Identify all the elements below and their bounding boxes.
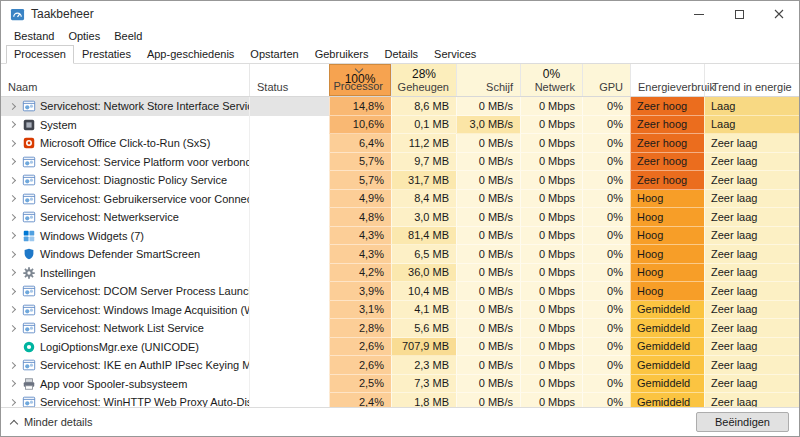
process-name-cell[interactable]: Servicehost: Gebruikerservice voor Conne… (1, 190, 249, 209)
process-name-cell[interactable]: Servicehost: Netwerkservice (1, 208, 249, 227)
column-header-netwerk[interactable]: 0% Netwerk (520, 64, 582, 96)
process-name-cell[interactable]: Servicehost: Windows Image Acquisition (… (1, 301, 249, 320)
status-cell (249, 319, 329, 338)
column-header-gpu[interactable]: GPU (582, 64, 630, 96)
network-cell: 0 Mbps (520, 375, 582, 394)
tab-app-geschiedenis[interactable]: App-geschiedenis (139, 45, 242, 64)
table-row[interactable]: Servicehost: Netwerkservice4,8%3,0 MB0 M… (1, 208, 799, 227)
column-header-energieverbruik[interactable]: Energieverbruik (630, 64, 704, 96)
table-row[interactable]: Servicehost: Network Store Interface Ser… (1, 97, 799, 116)
minimize-button[interactable] (679, 1, 719, 27)
disk-cell: 0 MB/s (456, 264, 520, 283)
column-header-naam[interactable]: Naam (1, 64, 249, 96)
table-row[interactable]: Servicehost: Gebruikerservice voor Conne… (1, 190, 799, 209)
table-row[interactable]: Servicehost: Service Platform voor verbo… (1, 153, 799, 172)
tab-gebruikers[interactable]: Gebruikers (307, 45, 377, 64)
process-name-cell[interactable]: Servicehost: DCOM Server Process Launche… (1, 282, 249, 301)
tab-prestaties[interactable]: Prestaties (74, 45, 139, 64)
expand-chevron-icon[interactable] (6, 159, 18, 164)
energy-trend-cell: Laag (704, 116, 799, 135)
expand-chevron-icon[interactable] (6, 363, 18, 368)
process-name-cell[interactable]: Servicehost: WinHTTP Web Proxy Auto-Disc… (1, 393, 249, 407)
expand-chevron-icon[interactable] (6, 307, 18, 312)
disk-cell: 0 MB/s (456, 338, 520, 357)
expand-chevron-icon[interactable] (6, 381, 18, 386)
expand-chevron-icon[interactable] (6, 233, 18, 238)
servicehost-icon (22, 155, 36, 169)
expand-chevron-icon[interactable] (6, 196, 18, 201)
column-header-trend-in-energie[interactable]: Trend in energie (704, 64, 799, 96)
process-name-cell[interactable]: Servicehost: Diagnostic Policy Service (1, 171, 249, 190)
process-name-cell[interactable]: App voor Spooler-subsysteem (1, 375, 249, 394)
table-row[interactable]: Microsoft Office Click-to-Run (SxS)6,4%1… (1, 134, 799, 153)
expand-chevron-icon[interactable] (6, 400, 18, 405)
expand-chevron-icon[interactable] (6, 289, 18, 294)
process-name-cell[interactable]: Servicehost: Network List Service (1, 319, 249, 338)
disk-cell: 0 MB/s (456, 208, 520, 227)
process-name-cell[interactable]: Microsoft Office Click-to-Run (SxS) (1, 134, 249, 153)
table-row[interactable]: Windows Defender SmartScreen4,3%6,5 MB0 … (1, 245, 799, 264)
expand-chevron-icon[interactable] (6, 141, 18, 146)
menu-beeld[interactable]: Beeld (107, 29, 149, 43)
process-name: Servicehost: Service Platform voor verbo… (40, 156, 249, 168)
process-name-cell[interactable]: Servicehost: IKE en AuthIP IPsec Keying … (1, 356, 249, 375)
process-name-cell[interactable]: LogiOptionsMgr.exe (UNICODE) (1, 338, 249, 357)
status-cell (249, 171, 329, 190)
column-header-schijf[interactable]: Schijf (456, 64, 520, 96)
process-name-cell[interactable]: Windows Widgets (7) (1, 227, 249, 246)
cpu-cell: 4,3% (329, 245, 391, 264)
expand-chevron-icon[interactable] (6, 252, 18, 257)
menu-bestand[interactable]: Bestand (7, 29, 61, 43)
process-name-cell[interactable]: System (1, 116, 249, 135)
table-row[interactable]: Servicehost: Diagnostic Policy Service5,… (1, 171, 799, 190)
gpu-cell: 0% (582, 245, 630, 264)
tab-opstarten[interactable]: Opstarten (242, 45, 306, 64)
table-row[interactable]: Servicehost: DCOM Server Process Launche… (1, 282, 799, 301)
expand-chevron-icon[interactable] (6, 215, 18, 220)
tab-processen[interactable]: Processen (6, 45, 74, 64)
maximize-button[interactable] (719, 1, 759, 27)
table-row[interactable]: App voor Spooler-subsysteem2,5%7,3 MB0 M… (1, 375, 799, 394)
process-name-cell[interactable]: Windows Defender SmartScreen (1, 245, 249, 264)
table-row[interactable]: Servicehost: Windows Image Acquisition (… (1, 301, 799, 320)
memory-cell: 7,3 MB (391, 375, 456, 394)
column-header-processor[interactable]: 100% Processor (329, 64, 391, 96)
servicehost-icon (22, 284, 36, 298)
gpu-cell: 0% (582, 338, 630, 357)
expand-chevron-icon[interactable] (6, 270, 18, 275)
status-cell (249, 208, 329, 227)
table-row[interactable]: Windows Widgets (7)4,3%81,4 MB0 MB/s0 Mb… (1, 227, 799, 246)
tab-details[interactable]: Details (376, 45, 426, 64)
expand-chevron-icon[interactable] (6, 326, 18, 331)
expand-chevron-icon[interactable] (6, 122, 18, 127)
process-name: Servicehost: Network Store Interface Ser… (40, 100, 249, 112)
gpu-cell: 0% (582, 356, 630, 375)
details-toggle[interactable]: Minder details (11, 416, 92, 428)
memory-cell: 6,5 MB (391, 245, 456, 264)
process-name-cell[interactable]: Servicehost: Network Store Interface Ser… (1, 97, 249, 116)
menubar: BestandOptiesBeeld (1, 27, 799, 44)
process-name-cell[interactable]: Instellingen (1, 264, 249, 283)
table-row[interactable]: Servicehost: Network List Service2,8%5,6… (1, 319, 799, 338)
column-header-status[interactable]: Status (249, 64, 329, 96)
end-task-button[interactable]: Beëindigen (696, 412, 789, 432)
table-row[interactable]: Servicehost: WinHTTP Web Proxy Auto-Disc… (1, 393, 799, 407)
close-button[interactable] (759, 1, 799, 27)
process-name-cell[interactable]: Servicehost: Service Platform voor verbo… (1, 153, 249, 172)
network-cell: 0 Mbps (520, 338, 582, 357)
table-row[interactable]: System10,6%0,1 MB3,0 MB/s0 Mbps0%Zeer ho… (1, 116, 799, 135)
table-row[interactable]: Instellingen4,2%36,0 MB0 MB/s0 Mbps0%Hoo… (1, 264, 799, 283)
table-row[interactable]: Servicehost: IKE en AuthIP IPsec Keying … (1, 356, 799, 375)
tab-services[interactable]: Services (426, 45, 484, 64)
network-cell: 0 Mbps (520, 264, 582, 283)
servicehost-icon (22, 395, 36, 407)
window-controls (679, 1, 799, 27)
memory-cell: 36,0 MB (391, 264, 456, 283)
expand-chevron-icon[interactable] (6, 178, 18, 183)
column-header-geheugen[interactable]: 28% Geheugen (391, 64, 456, 96)
energy-trend-cell: Zeer laag (704, 282, 799, 301)
expand-chevron-icon[interactable] (6, 104, 18, 109)
window-title: Taakbeheer (31, 7, 94, 21)
table-row[interactable]: LogiOptionsMgr.exe (UNICODE)2,6%707,9 MB… (1, 338, 799, 357)
menu-opties[interactable]: Opties (61, 29, 107, 43)
